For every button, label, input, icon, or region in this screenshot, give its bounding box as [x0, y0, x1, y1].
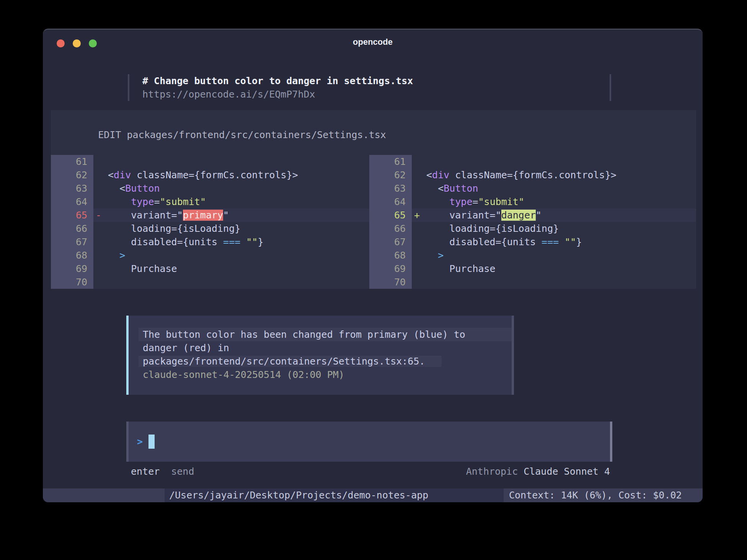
diff-sign — [412, 249, 421, 262]
message-line: The button color has been changed from p… — [139, 328, 512, 341]
assistant-message: The button color has been changed from p… — [129, 316, 512, 395]
diff-sign — [93, 249, 102, 262]
code-line: > — [421, 249, 696, 262]
diff-row: 64 type="submit" — [51, 195, 369, 208]
line-number: 68 — [51, 249, 93, 262]
edit-tool-title: EDITpackages/frontend/src/containers/Set… — [64, 115, 386, 128]
app-version-segment: opencodev0.1.156 — [43, 488, 165, 502]
diff-pane-new: 6162 <div className={formCs.controls}>63… — [369, 155, 696, 289]
diff-row: 63 <Button — [369, 182, 696, 195]
diff-row: 69 Purchase — [51, 262, 369, 275]
send-action-label: send — [171, 466, 194, 477]
line-number: 70 — [369, 275, 412, 289]
session-share-url[interactable]: https://opencode.ai/s/EQmP7hDx — [142, 88, 315, 101]
edit-file-path: packages/frontend/src/containers/Setting… — [127, 129, 386, 140]
diff-row: 69 Purchase — [369, 262, 696, 275]
enter-key-label: enter — [131, 466, 160, 477]
session-title: # Change button color to danger in setti… — [142, 74, 413, 88]
message-line: danger (red) in — [139, 341, 512, 355]
line-number: 66 — [369, 222, 412, 235]
send-hint: entersend — [131, 465, 194, 478]
diff-sign — [93, 235, 102, 249]
line-number: 69 — [51, 262, 93, 275]
input-right-bar — [610, 422, 612, 462]
diff-sign — [93, 222, 102, 235]
diff-sign — [93, 155, 102, 168]
header-left-border — [128, 74, 129, 101]
code-line: <div className={formCs.controls}> — [102, 168, 369, 182]
context-usage: Context: 14K (6%), Cost: $0.02 — [504, 488, 703, 502]
line-number: 62 — [369, 168, 412, 182]
prompt-input[interactable]: > — [129, 422, 610, 462]
code-line: <Button — [102, 182, 369, 195]
line-number: 62 — [51, 168, 93, 182]
diff-row: 63 <Button — [51, 182, 369, 195]
diff-sign — [412, 235, 421, 249]
code-line — [102, 155, 369, 168]
diff-row: 65- variant="primary" — [51, 208, 369, 222]
line-number: 69 — [369, 262, 412, 275]
line-number: 67 — [51, 235, 93, 249]
diff-row: 66 loading={isLoading} — [369, 222, 696, 235]
text-cursor — [148, 435, 155, 449]
diff-row: 62 <div className={formCs.controls}> — [369, 168, 696, 182]
code-line: > — [102, 249, 369, 262]
line-number: 67 — [369, 235, 412, 249]
diff-row: 61 — [51, 155, 369, 168]
header-right-border — [610, 74, 611, 101]
diff-sign — [412, 222, 421, 235]
edit-tool-panel: EDITpackages/frontend/src/containers/Set… — [51, 110, 696, 289]
diff-sign — [412, 262, 421, 275]
diff-row: 64 type="submit" — [369, 195, 696, 208]
diff-sign: - — [93, 208, 102, 222]
diff-row: 67 disabled={units === ""} — [51, 235, 369, 249]
prompt-char: > — [137, 435, 143, 448]
model-label: Claude Sonnet 4 — [524, 466, 610, 477]
code-line: disabled={units === ""} — [102, 235, 369, 249]
input-footer: entersend AnthropicClaude Sonnet 4 — [131, 465, 610, 478]
diff-row: 68 > — [51, 249, 369, 262]
diff-sign — [93, 262, 102, 275]
model-indicator: AnthropicClaude Sonnet 4 — [466, 465, 610, 478]
line-number: 65 — [51, 208, 93, 222]
code-line — [421, 155, 696, 168]
line-number: 66 — [51, 222, 93, 235]
diff-sign — [93, 168, 102, 182]
message-right-bar — [512, 316, 514, 395]
line-number: 61 — [51, 155, 93, 168]
diff-row: 70 — [51, 275, 369, 289]
diff-sign: + — [412, 208, 421, 222]
line-number: 64 — [51, 195, 93, 208]
window-title: opencode — [43, 37, 703, 47]
code-line: <Button — [421, 182, 696, 195]
diff-row: 67 disabled={units === ""} — [369, 235, 696, 249]
diff-pane-old: 6162 <div className={formCs.controls}>63… — [51, 155, 369, 289]
line-number: 64 — [369, 195, 412, 208]
diff-sign — [412, 195, 421, 208]
session-header: # Change button color to danger in setti… — [128, 74, 611, 101]
diff-row: 70 — [369, 275, 696, 289]
diff-sign — [412, 155, 421, 168]
diff-row: 61 — [369, 155, 696, 168]
working-directory: /Users/jayair/Desktop/Projects/demo-note… — [165, 488, 504, 502]
titlebar: opencode — [43, 29, 703, 54]
diff-sign — [412, 182, 421, 195]
code-line: type="submit" — [102, 195, 369, 208]
code-line: loading={isLoading} — [421, 222, 696, 235]
provider-label: Anthropic — [466, 466, 518, 477]
diff-sign — [93, 195, 102, 208]
app-window: opencode # Change button color to danger… — [43, 29, 703, 502]
diff-sign — [412, 168, 421, 182]
code-line: variant="danger" — [421, 208, 696, 222]
diff-row: 68 > — [369, 249, 696, 262]
diff-row: 66 loading={isLoading} — [51, 222, 369, 235]
code-line: loading={isLoading} — [102, 222, 369, 235]
diff-sign — [93, 182, 102, 195]
code-line: Purchase — [421, 262, 696, 275]
code-line — [102, 275, 369, 289]
code-line: variant="primary" — [102, 208, 369, 222]
message-model-timestamp: claude-sonnet-4-20250514 (02:00 PM) — [139, 368, 512, 381]
message-line: packages/frontend/src/containers/Setting… — [139, 355, 512, 368]
diff-view: 6162 <div className={formCs.controls}>63… — [51, 155, 696, 289]
line-number: 61 — [369, 155, 412, 168]
